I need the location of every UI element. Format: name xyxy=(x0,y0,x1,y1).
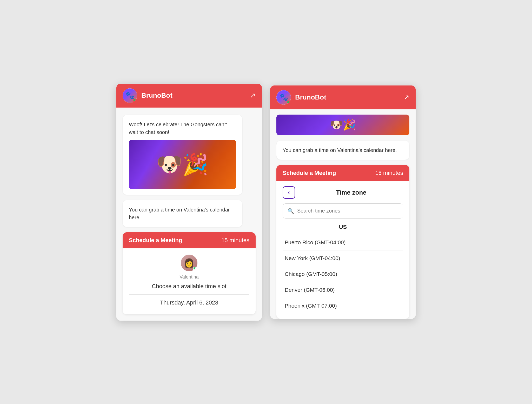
left-schedule-body: 👩 Valentina Choose an available time slo… xyxy=(123,248,256,314)
online-indicator-left xyxy=(133,99,136,102)
tz-preview-emoji: 🐶🎉 xyxy=(330,119,356,131)
agent-online-dot xyxy=(193,267,197,270)
card-divider xyxy=(129,294,249,295)
timezone-title: Time zone xyxy=(299,189,403,196)
share-icon-left[interactable]: ↗ xyxy=(250,91,256,100)
tz-message-bubble: You can grab a time on Valentina's calen… xyxy=(276,141,409,160)
bot-avatar-right: 🐾 xyxy=(276,90,291,105)
tz-content-area: 🐶🎉 You can grab a time on Valentina's ca… xyxy=(270,109,416,319)
timezone-search-box[interactable]: 🔍 xyxy=(283,203,403,218)
tz-schedule-card: Schedule a Meeting 15 minutes ‹ Time zon… xyxy=(276,165,409,319)
agent-avatar: 👩 xyxy=(181,255,197,271)
list-item[interactable]: Chicago (GMT-05:00) xyxy=(283,266,403,282)
dog-celebration-image: 🐶🎉 xyxy=(129,140,236,189)
left-schedule-duration: 15 minutes xyxy=(221,237,249,244)
left-chat-area: Woof! Let's celebrate! The Gongsters can… xyxy=(116,108,262,321)
left-schedule-card: Schedule a Meeting 15 minutes 👩 Valentin… xyxy=(123,232,256,314)
agent-name: Valentina xyxy=(179,274,199,280)
list-item[interactable]: Denver (GMT-06:00) xyxy=(283,282,403,298)
tz-body: ‹ Time zone 🔍 US Puerto Rico (GMT-04:00) xyxy=(276,181,409,319)
left-schedule-title: Schedule a Meeting xyxy=(129,237,182,244)
search-input[interactable] xyxy=(297,208,398,214)
list-item[interactable]: New York (GMT-04:00) xyxy=(283,250,403,266)
left-header: 🐾 BrunoBot ↗ xyxy=(116,84,262,108)
right-header: 🐾 BrunoBot ↗ xyxy=(270,85,416,109)
tz-region-label: US xyxy=(283,224,403,230)
left-schedule-header: Schedule a Meeting 15 minutes xyxy=(123,232,256,248)
first-message-bubble: Woof! Let's celebrate! The Gongsters can… xyxy=(123,115,242,195)
share-icon-right[interactable]: ↗ xyxy=(404,93,409,101)
dog-emoji: 🐶🎉 xyxy=(156,152,208,177)
first-message-text: Woof! Let's celebrate! The Gongsters can… xyxy=(129,122,227,135)
search-icon: 🔍 xyxy=(288,208,294,214)
agent-emoji: 👩 xyxy=(184,258,194,268)
bot-avatar-left: 🐾 xyxy=(123,88,137,103)
timezone-list: Puerto Rico (GMT-04:00) New York (GMT-04… xyxy=(283,235,403,314)
bot-name-right: BrunoBot xyxy=(295,93,400,101)
choose-slot-text: Choose an available time slot xyxy=(152,283,226,290)
list-item[interactable]: Phoenix (GMT-07:00) xyxy=(283,298,403,314)
tz-schedule-duration: 15 minutes xyxy=(375,170,403,176)
left-chat-panel: 🐾 BrunoBot ↗ Woof! Let's celebrate! The … xyxy=(116,84,262,321)
tz-top-image-preview: 🐶🎉 xyxy=(276,115,409,135)
list-item[interactable]: Puerto Rico (GMT-04:00) xyxy=(283,235,403,250)
tz-nav-row: ‹ Time zone xyxy=(283,186,403,199)
date-display: Thursday, April 6, 2023 xyxy=(160,299,218,308)
tz-schedule-title: Schedule a Meeting xyxy=(283,170,336,176)
tz-schedule-header: Schedule a Meeting 15 minutes xyxy=(276,165,409,181)
second-message-text: You can grab a time on Valentina's calen… xyxy=(129,207,230,220)
back-chevron-icon: ‹ xyxy=(288,189,290,196)
bot-name-left: BrunoBot xyxy=(141,91,246,100)
right-timezone-panel: 🐾 BrunoBot ↗ 🐶🎉 You can grab a time on V… xyxy=(270,85,416,319)
tz-message-text: You can grab a time on Valentina's calen… xyxy=(283,147,397,153)
back-button[interactable]: ‹ xyxy=(283,186,295,199)
second-message-bubble: You can grab a time on Valentina's calen… xyxy=(123,200,242,227)
timezone-panel-body: 🐶🎉 You can grab a time on Valentina's ca… xyxy=(270,109,416,319)
online-indicator-right xyxy=(287,101,290,104)
